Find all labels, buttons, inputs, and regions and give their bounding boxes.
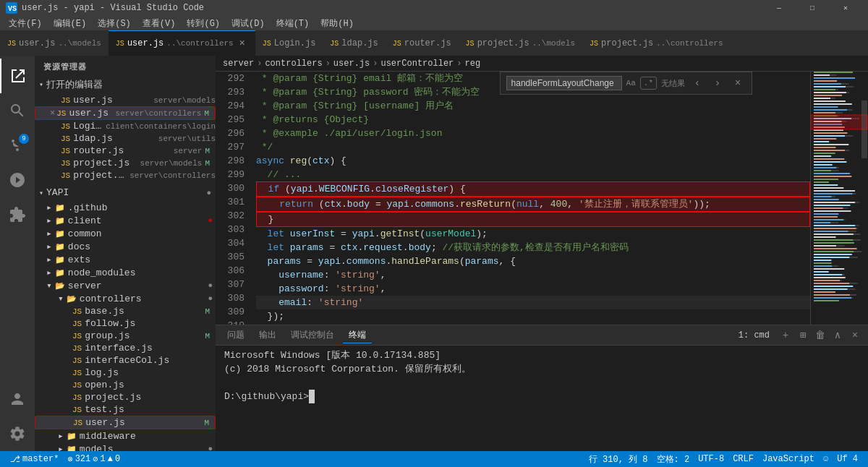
cursor-position-status[interactable]: 行 310, 列 8	[584, 453, 652, 466]
git-activity-icon[interactable]: 9	[0, 128, 35, 163]
find-input[interactable]	[506, 76, 622, 90]
terminal-tab-problems[interactable]: 问题	[221, 327, 250, 343]
code-content[interactable]: * @param {String} email 邮箱：不能为空 * @param…	[250, 72, 810, 325]
js-file-icon: JS	[72, 381, 82, 390]
close-icon[interactable]: ×	[50, 108, 55, 119]
breadcrumb-userjs[interactable]: user.js	[333, 59, 370, 69]
chevron-right-icon: ▸	[46, 215, 52, 226]
terminal-tab-terminal[interactable]: 终端	[343, 327, 372, 343]
folder-server[interactable]: ▾ 📂 server ●	[35, 279, 216, 292]
terminal-split-button[interactable]: ⊞	[796, 328, 810, 343]
file-group-js[interactable]: JS group.js M	[35, 330, 216, 342]
open-editors-section[interactable]: ▾ 打开的编辑器	[35, 75, 216, 94]
folder-middleware[interactable]: ▸ 📁 middleware	[35, 429, 216, 442]
menu-help[interactable]: 帮助(H)	[315, 16, 359, 31]
file-test-js[interactable]: JS test.js	[35, 403, 216, 416]
find-next-button[interactable]: ›	[710, 75, 726, 91]
explorer-activity-icon[interactable]	[0, 59, 35, 93]
breadcrumb-usercontroller[interactable]: userController	[380, 59, 454, 69]
terminal-trash-button[interactable]: 🗑	[813, 328, 827, 343]
tab-login[interactable]: JS Login.js	[255, 30, 323, 56]
file-project-js[interactable]: JS project.js	[35, 391, 216, 403]
modified-badge: M	[204, 419, 209, 427]
menu-terminal[interactable]: 终端(T)	[271, 16, 315, 31]
maximize-button[interactable]: □	[796, 0, 829, 16]
eol-status[interactable]: CRLF	[728, 454, 758, 464]
editor-scroll[interactable]: 292 293 294 295 296 297 298 299 300 301 …	[216, 72, 810, 325]
uf4-status[interactable]: Uf 4	[833, 454, 862, 464]
minimize-button[interactable]: —	[762, 0, 796, 16]
modified-badge: M	[205, 159, 210, 168]
git-status-item[interactable]: ⎇ master*	[6, 454, 63, 465]
folder-common[interactable]: ▸ 📁 common	[35, 227, 216, 240]
terminal-tab-output[interactable]: 输出	[253, 327, 282, 343]
file-follow-js[interactable]: JS follow.js	[35, 317, 216, 330]
menu-file[interactable]: 文件(F)	[3, 16, 48, 31]
terminal-body[interactable]: Microsoft Windows [版本 10.0.17134.885] (c…	[216, 346, 868, 451]
folder-node-modules[interactable]: ▸ 📁 node_modules	[35, 266, 216, 279]
file-user-js-active[interactable]: JS user.js M	[35, 416, 216, 429]
breadcrumb-server[interactable]: server	[223, 59, 254, 69]
main-area: 9 资源管理器 ▾ 打开的编辑器 JS user.js	[0, 56, 868, 451]
tab-project-controllers[interactable]: JS project.js ..\controllers	[582, 30, 730, 56]
js-file-icon: JS	[61, 134, 70, 143]
file-open-js[interactable]: JS open.js	[35, 379, 216, 391]
tab-ldap[interactable]: JS ldap.js	[323, 30, 385, 56]
close-button[interactable]: ✕	[829, 0, 862, 16]
folder-label: middleware	[80, 431, 216, 442]
folder-label: .github	[68, 202, 216, 213]
code-line-highlight: if (yapi.WEBCONFIG.closeRegister) {	[256, 181, 810, 197]
terminal-close-button[interactable]: ×	[848, 328, 862, 343]
open-file-user-models[interactable]: JS user.js server\models	[35, 94, 216, 106]
error-warning-status[interactable]: ⊗ 321 ⊘ 1 ▲ 0	[63, 454, 124, 465]
folder-docs[interactable]: ▸ 📁 docs	[35, 240, 216, 253]
file-log-js[interactable]: JS log.js	[35, 367, 216, 379]
encoding-status[interactable]: UTF-8	[694, 454, 728, 464]
open-file-login[interactable]: JS Login.js client\containers\login	[35, 120, 216, 132]
terminal-add-button[interactable]: +	[778, 328, 793, 343]
open-file-router[interactable]: JS router.js server M	[35, 145, 216, 157]
language-status[interactable]: JavaScript	[758, 454, 819, 464]
extensions-activity-icon[interactable]	[0, 197, 35, 232]
tab-close-button[interactable]: ×	[237, 38, 248, 49]
tab-user-controllers[interactable]: JS user.js ..\controllers ×	[109, 30, 255, 56]
folder-controllers[interactable]: ▾ 📂 controllers ●	[35, 292, 216, 305]
feedback-icon: ☺	[823, 454, 828, 464]
file-base-js[interactable]: JS base.js M	[35, 305, 216, 317]
tab-router[interactable]: JS router.js	[386, 30, 459, 56]
yapi-section[interactable]: ▾ YAPI ●	[35, 184, 216, 201]
code-editor[interactable]: Aa .* 无结果 ‹ › × 292 293 294 29	[216, 72, 810, 325]
debug-activity-icon[interactable]	[0, 163, 35, 197]
terminal-tab-debug[interactable]: 调试控制台	[285, 327, 340, 343]
js-icon: JS	[116, 40, 124, 48]
account-activity-icon[interactable]	[0, 382, 35, 416]
open-file-project-controllers[interactable]: JS project.js server\controllers	[35, 169, 216, 181]
open-file-ldap[interactable]: JS ldap.js server\utils	[35, 132, 216, 145]
folder-models[interactable]: ▸ 📁 models ●	[35, 442, 216, 451]
file-interface-js[interactable]: JS interface.js	[35, 342, 216, 354]
menu-view[interactable]: 查看(V)	[137, 16, 182, 31]
indent-status[interactable]: 空格: 2	[652, 453, 694, 466]
search-activity-icon[interactable]	[0, 93, 35, 128]
folder-client[interactable]: ▸ 📁 client ●	[35, 214, 216, 227]
menu-debug[interactable]: 调试(D)	[226, 16, 271, 31]
code-line: let userInst = yapi.getInst(userModel);	[256, 227, 810, 241]
find-regex-btn[interactable]: .*	[640, 77, 657, 90]
breadcrumb-reg[interactable]: reg	[465, 59, 481, 69]
find-prev-button[interactable]: ‹	[689, 75, 705, 91]
open-file-user-controllers[interactable]: × JS user.js server\controllers M	[35, 106, 216, 120]
breadcrumb-controllers[interactable]: controllers	[265, 59, 322, 69]
open-file-project-models[interactable]: JS project.js server\models M	[35, 157, 216, 169]
menu-edit[interactable]: 编辑(E)	[48, 16, 93, 31]
tab-project-models[interactable]: JS project.js ..\models	[459, 30, 582, 56]
terminal-chevron-up-button[interactable]: ∧	[830, 328, 845, 343]
folder-exts[interactable]: ▸ 📁 exts	[35, 253, 216, 266]
settings-activity-icon[interactable]	[0, 416, 35, 451]
folder-github[interactable]: ▸ 📁 .github	[35, 201, 216, 214]
tab-user-models[interactable]: JS user.js ..\models	[0, 30, 109, 56]
find-close-button[interactable]: ×	[730, 75, 746, 91]
file-interfacecol-js[interactable]: JS interfaceCol.js	[35, 354, 216, 367]
feedback-status[interactable]: ☺	[819, 454, 833, 464]
menu-select[interactable]: 选择(S)	[92, 16, 137, 31]
menu-goto[interactable]: 转到(G)	[181, 16, 226, 31]
